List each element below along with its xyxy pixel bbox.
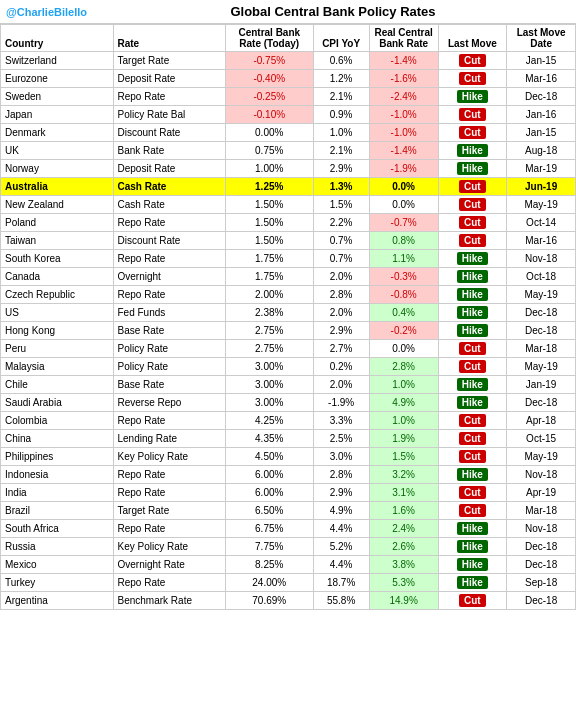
cell-rate-name: Repo Rate bbox=[113, 574, 226, 592]
cell-rate-name: Deposit Rate bbox=[113, 70, 226, 88]
cell-country: Norway bbox=[1, 160, 114, 178]
cell-rate-today: 70.69% bbox=[226, 592, 314, 610]
cell-real-rate: 3.1% bbox=[369, 484, 438, 502]
table-row: PhilippinesKey Policy Rate4.50%3.0%1.5%C… bbox=[1, 448, 576, 466]
cell-rate-name: Discount Rate bbox=[113, 124, 226, 142]
cell-last-move: Hike bbox=[438, 322, 507, 340]
cell-country: New Zealand bbox=[1, 196, 114, 214]
cell-rate-today: 6.00% bbox=[226, 466, 314, 484]
cell-rate-name: Base Rate bbox=[113, 322, 226, 340]
cell-rate-name: Repo Rate bbox=[113, 484, 226, 502]
cell-last-move-date: Dec-18 bbox=[507, 556, 576, 574]
cell-cpi: 0.6% bbox=[313, 52, 369, 70]
cell-cpi: 3.3% bbox=[313, 412, 369, 430]
last-move-badge: Cut bbox=[459, 108, 486, 121]
table-row: ChileBase Rate3.00%2.0%1.0%HikeJan-19 bbox=[1, 376, 576, 394]
cell-last-move-date: Mar-18 bbox=[507, 340, 576, 358]
cell-cpi: 55.8% bbox=[313, 592, 369, 610]
cell-last-move: Cut bbox=[438, 358, 507, 376]
cell-last-move: Cut bbox=[438, 412, 507, 430]
cell-rate-name: Lending Rate bbox=[113, 430, 226, 448]
cell-last-move-date: Nov-18 bbox=[507, 520, 576, 538]
cell-cpi: 2.7% bbox=[313, 340, 369, 358]
cell-last-move: Cut bbox=[438, 592, 507, 610]
cell-rate-today: -0.40% bbox=[226, 70, 314, 88]
table-row: TaiwanDiscount Rate1.50%0.7%0.8%CutMar-1… bbox=[1, 232, 576, 250]
table-row: SwedenRepo Rate-0.25%2.1%-2.4%HikeDec-18 bbox=[1, 88, 576, 106]
cell-cpi: 4.9% bbox=[313, 502, 369, 520]
last-move-badge: Cut bbox=[459, 342, 486, 355]
cell-real-rate: 0.4% bbox=[369, 304, 438, 322]
cell-last-move-date: Apr-19 bbox=[507, 484, 576, 502]
table-row: CanadaOvernight1.75%2.0%-0.3%HikeOct-18 bbox=[1, 268, 576, 286]
cell-last-move: Hike bbox=[438, 250, 507, 268]
cell-cpi: 5.2% bbox=[313, 538, 369, 556]
cell-real-rate: -1.4% bbox=[369, 52, 438, 70]
cell-rate-today: 4.35% bbox=[226, 430, 314, 448]
cell-cpi: 4.4% bbox=[313, 556, 369, 574]
cell-country: Brazil bbox=[1, 502, 114, 520]
cell-rate-today: 7.75% bbox=[226, 538, 314, 556]
cell-rate-name: Bank Rate bbox=[113, 142, 226, 160]
cell-cpi: 0.9% bbox=[313, 106, 369, 124]
cell-country: Canada bbox=[1, 268, 114, 286]
cell-last-move: Cut bbox=[438, 448, 507, 466]
cell-rate-today: 1.75% bbox=[226, 268, 314, 286]
cell-rate-today: 1.00% bbox=[226, 160, 314, 178]
cell-real-rate: 1.1% bbox=[369, 250, 438, 268]
cell-real-rate: -0.7% bbox=[369, 214, 438, 232]
last-move-badge: Hike bbox=[457, 144, 488, 157]
table-row: NorwayDeposit Rate1.00%2.9%-1.9%HikeMar-… bbox=[1, 160, 576, 178]
cell-last-move: Hike bbox=[438, 394, 507, 412]
cell-last-move-date: Oct-14 bbox=[507, 214, 576, 232]
col-last-move: Last Move bbox=[438, 25, 507, 52]
last-move-badge: Hike bbox=[457, 324, 488, 337]
cell-rate-name: Benchmark Rate bbox=[113, 592, 226, 610]
last-move-badge: Cut bbox=[459, 198, 486, 211]
cell-rate-today: -0.75% bbox=[226, 52, 314, 70]
cell-last-move: Cut bbox=[438, 232, 507, 250]
cell-rate-today: 24.00% bbox=[226, 574, 314, 592]
last-move-badge: Hike bbox=[457, 162, 488, 175]
cell-real-rate: 1.5% bbox=[369, 448, 438, 466]
cell-last-move-date: Apr-18 bbox=[507, 412, 576, 430]
table-row: MexicoOvernight Rate8.25%4.4%3.8%HikeDec… bbox=[1, 556, 576, 574]
cell-rate-name: Discount Rate bbox=[113, 232, 226, 250]
last-move-badge: Hike bbox=[457, 558, 488, 571]
table-row: New ZealandCash Rate1.50%1.5%0.0%CutMay-… bbox=[1, 196, 576, 214]
cell-rate-name: Repo Rate bbox=[113, 520, 226, 538]
cell-last-move: Hike bbox=[438, 88, 507, 106]
cell-country: Indonesia bbox=[1, 466, 114, 484]
cell-last-move-date: Jan-15 bbox=[507, 52, 576, 70]
cell-rate-name: Policy Rate bbox=[113, 358, 226, 376]
table-row: PeruPolicy Rate2.75%2.7%0.0%CutMar-18 bbox=[1, 340, 576, 358]
cell-country: UK bbox=[1, 142, 114, 160]
cell-country: Hong Kong bbox=[1, 322, 114, 340]
cell-rate-name: Repo Rate bbox=[113, 214, 226, 232]
cell-real-rate: 5.3% bbox=[369, 574, 438, 592]
cell-real-rate: 3.8% bbox=[369, 556, 438, 574]
last-move-badge: Hike bbox=[457, 270, 488, 283]
cell-country: Chile bbox=[1, 376, 114, 394]
cell-cpi: 3.0% bbox=[313, 448, 369, 466]
cell-cpi: 2.0% bbox=[313, 376, 369, 394]
cell-rate-today: 2.00% bbox=[226, 286, 314, 304]
cell-last-move-date: Jun-19 bbox=[507, 178, 576, 196]
cell-cpi: 2.9% bbox=[313, 322, 369, 340]
cell-last-move: Hike bbox=[438, 538, 507, 556]
last-move-badge: Cut bbox=[459, 216, 486, 229]
cell-last-move: Hike bbox=[438, 142, 507, 160]
cell-real-rate: 0.0% bbox=[369, 178, 438, 196]
cell-country: Philippines bbox=[1, 448, 114, 466]
cell-real-rate: -0.2% bbox=[369, 322, 438, 340]
cell-real-rate: 2.6% bbox=[369, 538, 438, 556]
last-move-badge: Hike bbox=[457, 576, 488, 589]
table-row: South AfricaRepo Rate6.75%4.4%2.4%HikeNo… bbox=[1, 520, 576, 538]
table-row: IndiaRepo Rate6.00%2.9%3.1%CutApr-19 bbox=[1, 484, 576, 502]
last-move-badge: Cut bbox=[459, 126, 486, 139]
cell-rate-name: Repo Rate bbox=[113, 466, 226, 484]
cell-last-move: Cut bbox=[438, 70, 507, 88]
cell-rate-name: Cash Rate bbox=[113, 196, 226, 214]
cell-rate-today: -0.25% bbox=[226, 88, 314, 106]
col-rate-name: Rate bbox=[113, 25, 226, 52]
